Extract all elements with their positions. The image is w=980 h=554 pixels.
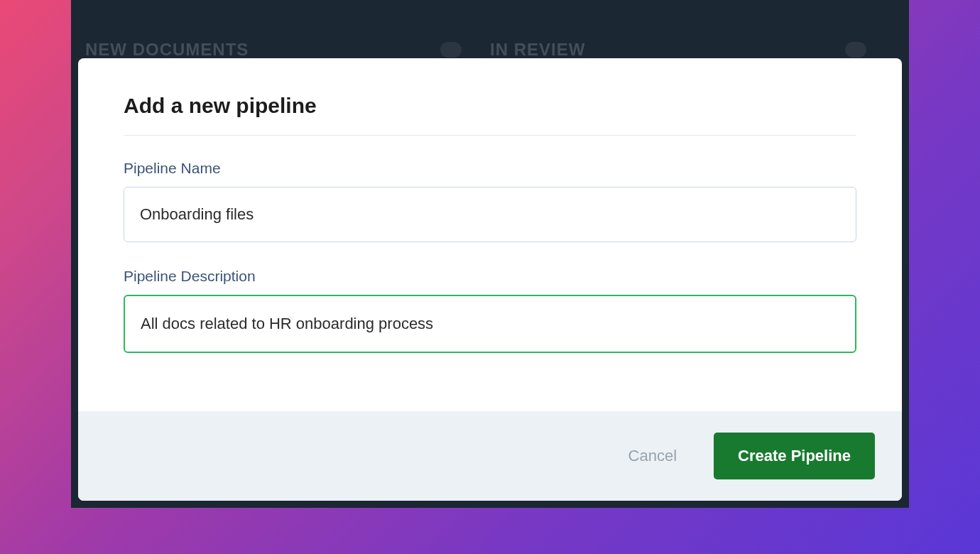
background-kanban-header: NEW DOCUMENTS IN REVIEW [71,40,909,60]
pipeline-name-input[interactable] [124,187,856,242]
form-group-pipeline-description: Pipeline Description [124,268,856,353]
add-pipeline-modal: Add a new pipeline Pipeline Name Pipelin… [78,58,902,501]
modal-title: Add a new pipeline [124,94,856,136]
modal-body: Add a new pipeline Pipeline Name Pipelin… [78,58,902,411]
pipeline-description-input[interactable] [124,295,856,353]
background-column: IN REVIEW [490,40,895,60]
form-group-pipeline-name: Pipeline Name [124,160,856,242]
cancel-button[interactable]: Cancel [620,441,685,471]
pipeline-description-label: Pipeline Description [124,268,856,285]
background-column-badge [845,42,866,58]
pipeline-name-label: Pipeline Name [124,160,856,177]
modal-backdrop: NEW DOCUMENTS IN REVIEW Add a new pipeli… [71,0,909,508]
background-column-label: NEW DOCUMENTS [85,40,249,60]
modal-footer: Cancel Create Pipeline [78,411,902,501]
create-pipeline-button[interactable]: Create Pipeline [714,433,875,479]
background-column-badge [440,42,462,58]
background-column-label: IN REVIEW [490,40,585,60]
background-column: NEW DOCUMENTS [85,40,490,60]
